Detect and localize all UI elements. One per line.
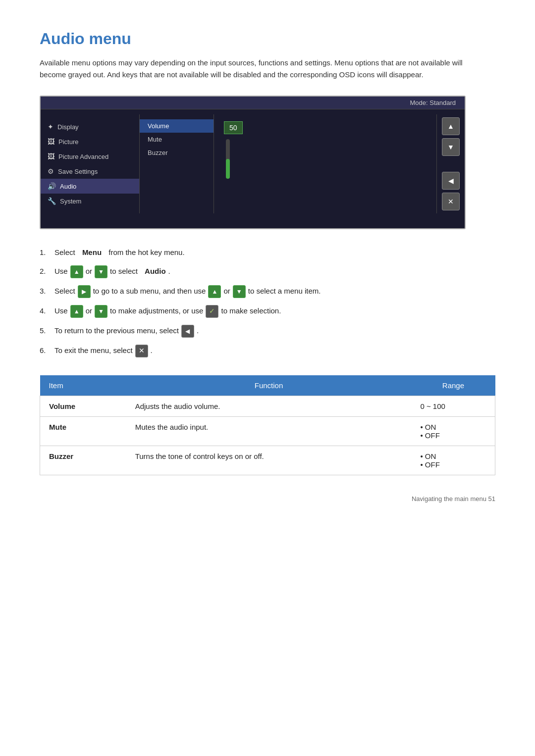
audio-settings-table: Item Function Range Volume Adjusts the a… bbox=[40, 375, 495, 475]
instructions-section: 1. Select Menu from the hot key menu. 2.… bbox=[40, 247, 495, 357]
instruction-6: 6. To exit the menu, select ✕ . bbox=[40, 345, 495, 357]
osd-menu-illustration: Mode: Standard ✦ Display 🖼 Picture 🖼 Pic… bbox=[40, 96, 466, 229]
osd-submenu-mute: Mute bbox=[140, 133, 214, 146]
instruction-5-btn-back: ◀ bbox=[181, 325, 194, 338]
instruction-1-content: Select Menu from the hot key menu. bbox=[54, 247, 185, 258]
osd-back-button: ◀ bbox=[442, 172, 460, 190]
table-function-volume: Adjusts the audio volume. bbox=[126, 396, 412, 416]
instruction-1-text-after: from the hot key menu. bbox=[108, 247, 184, 258]
osd-right-buttons: ▲ ▼ ◀ ✕ bbox=[436, 114, 465, 213]
instruction-3: 3. Select ▶ to go to a sub menu, and the… bbox=[40, 285, 495, 298]
instruction-4-content: Use ▲ or ▼ to make adjustments, or use ✓… bbox=[54, 305, 281, 318]
instruction-1-bold: Menu bbox=[82, 247, 102, 258]
table-function-mute: Mutes the audio input. bbox=[126, 416, 412, 446]
instruction-5-content: To return to the previous menu, select ◀… bbox=[54, 325, 199, 338]
page-title: Audio menu bbox=[40, 30, 495, 48]
table-range-volume: 0 ~ 100 bbox=[411, 396, 495, 416]
instruction-1-text-before: Select bbox=[54, 247, 75, 258]
osd-slider-track bbox=[226, 139, 230, 179]
osd-down-button: ▼ bbox=[442, 138, 460, 156]
instruction-2-text-after: to select bbox=[110, 266, 138, 277]
instruction-5-num: 5. bbox=[40, 325, 54, 337]
instruction-4-btn-check: ✓ bbox=[206, 305, 218, 318]
save-settings-icon: ⚙ bbox=[48, 167, 54, 175]
audio-icon: 🔊 bbox=[48, 182, 56, 190]
instruction-5-text-after: . bbox=[197, 325, 199, 337]
osd-mode-bar: Mode: Standard bbox=[41, 97, 465, 109]
instruction-5-text-before: To return to the previous menu, select bbox=[54, 325, 179, 337]
osd-value-display: 50 bbox=[224, 121, 243, 134]
picture-advanced-icon: 🖼 bbox=[48, 152, 54, 160]
instruction-6-num: 6. bbox=[40, 345, 54, 356]
instruction-2-btn-down: ▼ bbox=[95, 265, 107, 278]
instruction-5: 5. To return to the previous menu, selec… bbox=[40, 325, 495, 338]
osd-menu-audio: 🔊 Audio bbox=[41, 179, 139, 194]
instruction-3-text-after: to select a menu item. bbox=[248, 286, 321, 297]
instruction-4-text-before: Use bbox=[54, 305, 68, 317]
table-range-mute: • ON • OFF bbox=[411, 416, 495, 446]
instruction-3-text-mid: to go to a sub menu, and then use bbox=[93, 286, 206, 297]
table-item-volume: Volume bbox=[40, 396, 126, 416]
instruction-4: 4. Use ▲ or ▼ to make adjustments, or us… bbox=[40, 305, 495, 318]
table-function-buzzer: Turns the tone of control keys on or off… bbox=[126, 446, 412, 475]
osd-submenu-buzzer: Buzzer bbox=[140, 146, 214, 159]
instruction-1-num: 1. bbox=[40, 247, 54, 258]
instruction-2-content: Use ▲ or ▼ to select Audio. bbox=[54, 265, 170, 278]
osd-menu-save-settings: ⚙ Save Settings bbox=[41, 164, 139, 179]
instruction-4-num: 4. bbox=[40, 305, 54, 317]
instruction-3-num: 3. bbox=[40, 286, 54, 297]
osd-slider-fill bbox=[226, 159, 230, 179]
instruction-1: 1. Select Menu from the hot key menu. bbox=[40, 247, 495, 258]
osd-menu-system: 🔧 System bbox=[41, 194, 139, 208]
osd-submenu: Volume Mute Buzzer bbox=[140, 114, 214, 213]
table-row-volume: Volume Adjusts the audio volume. 0 ~ 100 bbox=[40, 396, 495, 416]
picture-icon: 🖼 bbox=[48, 138, 54, 146]
osd-menu-picture: 🖼 Picture bbox=[41, 134, 139, 149]
instruction-3-text-before: Select bbox=[54, 286, 75, 297]
instruction-3-content: Select ▶ to go to a sub menu, and then u… bbox=[54, 285, 321, 298]
osd-sidebar: ✦ Display 🖼 Picture 🖼 Picture Advanced ⚙… bbox=[41, 114, 140, 213]
instruction-3-btn-right: ▶ bbox=[78, 285, 91, 298]
table-row-buzzer: Buzzer Turns the tone of control keys on… bbox=[40, 446, 495, 475]
osd-exit-button: ✕ bbox=[442, 193, 460, 210]
osd-menu-picture-advanced: 🖼 Picture Advanced bbox=[41, 149, 139, 164]
instruction-2-text-end: . bbox=[168, 266, 170, 277]
table-header-function: Function bbox=[126, 375, 412, 396]
instruction-3-btn-down: ▼ bbox=[233, 285, 246, 298]
instruction-4-btn-down: ▼ bbox=[95, 305, 107, 318]
osd-menu-display: ✦ Display bbox=[41, 119, 139, 134]
instruction-2-btn-up: ▲ bbox=[70, 265, 83, 278]
table-range-buzzer: • ON • OFF bbox=[411, 446, 495, 475]
table-row-mute: Mute Mutes the audio input. • ON • OFF bbox=[40, 416, 495, 446]
table-item-buzzer: Buzzer bbox=[40, 446, 126, 475]
instruction-4-text-mid: to make adjustments, or use bbox=[110, 305, 203, 317]
instruction-2-bold: Audio bbox=[145, 266, 166, 277]
osd-value-area: 50 bbox=[214, 114, 436, 213]
table-item-mute: Mute bbox=[40, 416, 126, 446]
instruction-6-btn-x: ✕ bbox=[135, 345, 148, 357]
osd-submenu-volume: Volume bbox=[140, 119, 214, 133]
instruction-2-text-before: Use bbox=[54, 266, 68, 277]
instruction-2-or: or bbox=[86, 266, 92, 277]
table-header-range: Range bbox=[411, 375, 495, 396]
system-icon: 🔧 bbox=[48, 197, 56, 205]
instruction-6-text-before: To exit the menu, select bbox=[54, 345, 133, 356]
display-icon: ✦ bbox=[48, 123, 54, 131]
instruction-4-text-after: to make selection. bbox=[221, 305, 281, 317]
instruction-3-btn-up: ▲ bbox=[208, 285, 221, 298]
instruction-4-btn-up: ▲ bbox=[70, 305, 83, 318]
instruction-4-or: or bbox=[86, 305, 92, 317]
intro-paragraph: Available menu options may vary dependin… bbox=[40, 57, 485, 81]
instruction-3-or: or bbox=[223, 286, 230, 297]
osd-up-button: ▲ bbox=[442, 117, 460, 135]
instruction-6-content: To exit the menu, select ✕ . bbox=[54, 345, 153, 357]
instruction-2-num: 2. bbox=[40, 266, 54, 277]
footer-page-number: Navigating the main menu 51 bbox=[40, 495, 495, 503]
table-header-item: Item bbox=[40, 375, 126, 396]
instruction-6-text-after: . bbox=[151, 345, 153, 356]
instruction-2: 2. Use ▲ or ▼ to select Audio. bbox=[40, 265, 495, 278]
